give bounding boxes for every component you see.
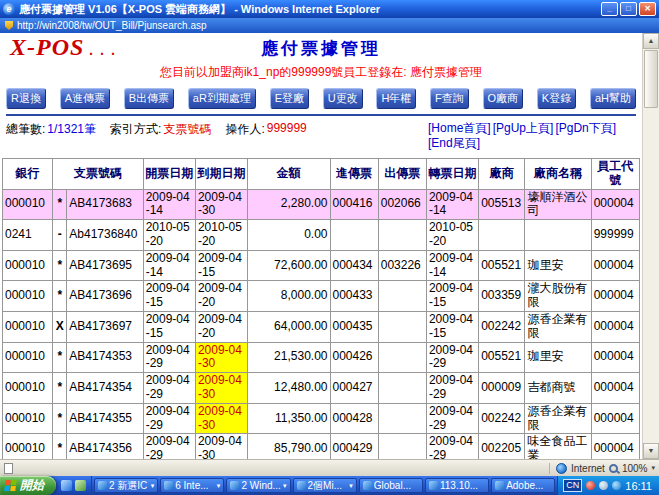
start-button[interactable]: 開始	[0, 476, 56, 495]
nav-link-3[interactable]: [End尾頁]	[428, 136, 480, 150]
col-header-out-voucher: 出傳票	[378, 159, 426, 190]
cell-amount: 12,480.00	[248, 373, 330, 404]
col-header-amount: 金額	[248, 159, 330, 190]
toolbar-button-8[interactable]: O廠商	[483, 88, 524, 109]
cell-check: AB4173683	[67, 189, 143, 220]
scrollbar-track[interactable]	[643, 109, 659, 443]
ie-window: e 應付票據管理 V1.06【X-POS 雲端商務網】 - Windows In…	[0, 0, 659, 495]
window-title: 應付票據管理 V1.06【X-POS 雲端商務網】 - Windows Inte…	[19, 2, 597, 17]
cell-out	[378, 281, 426, 312]
app-icon	[98, 481, 107, 490]
zoom-level[interactable]: 100%	[622, 463, 648, 474]
cell-amount: 21,530.00	[248, 342, 330, 373]
nav-link-1[interactable]: [PgUp上頁]	[493, 121, 554, 135]
table-row[interactable]: 000010XAB41736972009-04-152009-04-2064,0…	[3, 311, 640, 342]
toolbar-button-9[interactable]: K登錄	[537, 88, 576, 109]
table-row[interactable]: 000010*AB41743532009-04-292009-04-3021,5…	[3, 342, 640, 373]
cell-check: AB4174353	[67, 342, 143, 373]
taskbar-button-0[interactable]: 2 新選IC▾	[94, 478, 158, 493]
cell-transfer: 2009-04-15	[426, 311, 478, 342]
address-bar[interactable]: http://win2008/tw/OUT_Bill/Pjunsearch.as…	[0, 18, 659, 33]
taskbar-buttons: 2 新選IC▾6 Inte...▾2 Wind...▾2個Mi...▾Globa…	[92, 476, 557, 495]
document-icon	[4, 463, 13, 474]
cell-in: 000416	[330, 189, 378, 220]
toolbar-button-7[interactable]: F查詢	[430, 88, 469, 109]
quicklaunch-desktop-icon[interactable]	[75, 480, 86, 491]
payable-notes-table: 銀行 支票號碼 開票日期 到期日期 金額 進傳票 出傳票 轉票日期 廠商 廠商名…	[2, 158, 640, 459]
nav-link-0[interactable]: [Home首頁]	[428, 121, 491, 135]
cell-vendor_name: 瀧大股份有限	[525, 281, 591, 312]
toolbar-button-5[interactable]: U更改	[323, 88, 363, 109]
chevron-down-icon: ▾	[151, 482, 155, 490]
taskbar-button-5[interactable]: 113.10...	[425, 478, 489, 493]
cell-open: 2010-05-20	[143, 220, 195, 251]
scroll-down-icon[interactable]: ▼	[643, 443, 659, 459]
cell-due: 2009-04-15	[195, 250, 247, 281]
cell-vendor_name: 珈里安	[525, 250, 591, 281]
col-header-bank: 銀行	[3, 159, 53, 190]
col-header-vendor: 廠商	[479, 159, 525, 190]
minimize-button[interactable]: _	[601, 2, 618, 16]
cell-open: 2009-04-29	[143, 373, 195, 404]
toolbar-button-1[interactable]: A進傳票	[60, 88, 110, 109]
quicklaunch-ie-icon[interactable]	[61, 480, 72, 491]
cell-in: 000435	[330, 311, 378, 342]
toolbar-button-0[interactable]: R退換	[6, 88, 46, 109]
table-row[interactable]: 0241-Ab417368402010-05-202010-05-200.002…	[3, 220, 640, 251]
table-row[interactable]: 000010*AB41743552009-04-292009-04-3011,3…	[3, 403, 640, 434]
total-value: 1/1321筆	[47, 121, 96, 138]
toolbar-button-2[interactable]: B出傳票	[124, 88, 174, 109]
cell-emp: 000004	[591, 250, 639, 281]
cell-check: AB4173695	[67, 250, 143, 281]
cell-vendor_name: 源香企業有限	[525, 403, 591, 434]
toolbar-button-6[interactable]: H年權	[376, 88, 416, 109]
taskbar-button-1[interactable]: 6 Inte...▾	[160, 478, 224, 493]
chevron-down-icon: ▾	[217, 482, 221, 490]
toolbar-button-10[interactable]: aH幫助	[590, 88, 636, 109]
cell-open: 2009-04-14	[143, 250, 195, 281]
table-row[interactable]: 000010*AB41736952009-04-142009-04-1572,6…	[3, 250, 640, 281]
maximize-button[interactable]: □	[620, 2, 637, 16]
cell-vendor: 005513	[479, 189, 525, 220]
table-row[interactable]: 000010*AB41736832009-04-142009-04-302,28…	[3, 189, 640, 220]
cell-bank: 000010	[3, 373, 53, 404]
cell-vendor_name: 源香企業有限	[525, 311, 591, 342]
language-indicator[interactable]: CN	[563, 479, 582, 492]
toolbar-button-3[interactable]: aR到期處理	[188, 88, 256, 109]
taskbar-button-2[interactable]: 2 Wind...▾	[226, 478, 290, 493]
scrollbar-thumb[interactable]	[644, 50, 658, 108]
taskbar-button-6[interactable]: Adobe...	[491, 478, 555, 493]
cell-vendor: 005521	[479, 342, 525, 373]
zoom-dropdown-icon[interactable]: ▾	[651, 464, 655, 472]
table-row[interactable]: 000010*AB41736962009-04-152009-04-208,00…	[3, 281, 640, 312]
cell-vendor_name: 珈里安	[525, 342, 591, 373]
scroll-up-icon[interactable]: ▲	[643, 33, 659, 49]
cell-transfer: 2009-04-29	[426, 434, 478, 459]
start-label: 開始	[20, 477, 44, 494]
windows-flag-icon	[4, 480, 17, 491]
tray-volume-icon[interactable]	[599, 481, 608, 490]
cell-transfer: 2009-04-14	[426, 189, 478, 220]
taskbar-button-3[interactable]: 2個Mi...▾	[293, 478, 357, 493]
toolbar-button-4[interactable]: E登廠	[270, 88, 309, 109]
cell-bank: 000010	[3, 403, 53, 434]
cell-mark: *	[53, 434, 67, 459]
tray-shield-icon[interactable]	[586, 481, 595, 490]
security-zone: Internet	[571, 463, 605, 474]
table-row[interactable]: 000010*AB41743562009-04-292009-04-3085,7…	[3, 434, 640, 459]
vertical-scrollbar[interactable]: ▲ ▼	[642, 33, 659, 459]
tray-network-icon[interactable]	[612, 481, 621, 490]
cell-emp: 999999	[591, 220, 639, 251]
table-row[interactable]: 000010*AB41743542009-04-292009-04-3012,4…	[3, 373, 640, 404]
page-content: X-POS . . . 應付票據管理 您目前以加盟商ik1_np的999999號…	[0, 33, 642, 459]
cell-vendor: 005521	[479, 250, 525, 281]
nav-link-2[interactable]: [PgDn下頁]	[555, 121, 616, 135]
app-icon	[363, 481, 372, 490]
xpos-logo: X-POS . . .	[10, 34, 117, 61]
cell-vendor: 002205	[479, 434, 525, 459]
taskbar-button-4[interactable]: Global...	[359, 478, 423, 493]
cell-amount: 72,600.00	[248, 250, 330, 281]
shield-icon	[5, 21, 13, 30]
close-button[interactable]: ✕	[639, 2, 656, 16]
cell-transfer: 2009-04-29	[426, 342, 478, 373]
